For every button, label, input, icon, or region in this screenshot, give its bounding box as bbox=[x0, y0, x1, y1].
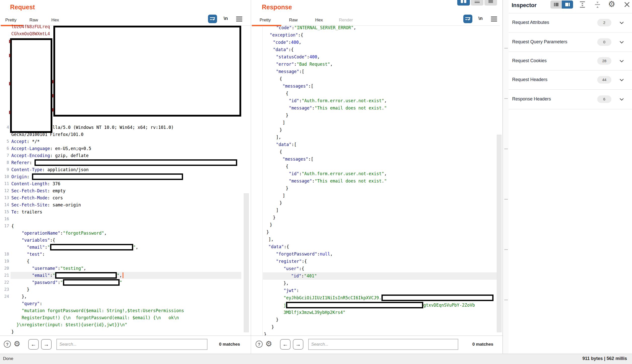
redaction-box bbox=[63, 279, 120, 286]
code-line: "messages":[ bbox=[252, 83, 500, 90]
inspector-section-request-cookies[interactable]: Request Cookies28 bbox=[509, 52, 632, 70]
code-line: "messages":[ bbox=[252, 156, 500, 163]
request-scrollbar[interactable] bbox=[244, 193, 249, 332]
line-number: 12 bbox=[0, 187, 9, 194]
section-label: Response Headers bbox=[512, 96, 551, 102]
line-number: 23 bbox=[0, 286, 9, 293]
tab-request-pretty[interactable]: Pretty bbox=[5, 18, 16, 23]
code-line: 23 } bbox=[0, 286, 241, 293]
search-prev-button[interactable]: ← bbox=[28, 339, 39, 350]
code-line: 6Accept-Language: en-US,en;q=0.5 bbox=[0, 145, 241, 152]
code-line: 15Te: trailers bbox=[0, 208, 241, 215]
redacted-token-fragment: CGhxmOoQ8WXmtL4 bbox=[11, 31, 50, 36]
section-separator bbox=[509, 109, 632, 109]
code-line: } bbox=[252, 323, 500, 331]
code-line: "register":{ bbox=[252, 258, 500, 265]
code-line: 14Sec-Fetch-Site: same-origin bbox=[0, 201, 241, 208]
code-line: "variables":{ bbox=[0, 237, 241, 244]
chevron-down-icon[interactable] bbox=[619, 77, 624, 83]
redacted-text-sliver bbox=[9, 54, 10, 57]
inspector-settings-gear-icon[interactable]: ⚙ bbox=[608, 0, 615, 8]
chevron-down-icon[interactable] bbox=[619, 39, 624, 45]
code-line: "id":"Auth.form.error.user.not-exist", bbox=[252, 97, 500, 104]
section-count-badge: 2 bbox=[597, 19, 611, 26]
tab-response-raw[interactable]: Raw bbox=[289, 18, 298, 23]
search-settings-gear-icon[interactable]: ⚙ bbox=[265, 340, 272, 348]
chevron-down-icon[interactable] bbox=[619, 96, 624, 102]
code-line: "message":"This email does not exist." bbox=[252, 177, 500, 185]
code-line: } bbox=[0, 328, 241, 335]
code-line: }, bbox=[252, 280, 500, 287]
response-scrollbar[interactable] bbox=[497, 135, 502, 332]
code-line: } bbox=[252, 229, 500, 236]
tab-response-pretty[interactable]: Pretty bbox=[260, 18, 271, 23]
chevron-down-icon[interactable] bbox=[619, 20, 624, 25]
inspector-section-request-headers[interactable]: Request Headers44 bbox=[509, 70, 632, 89]
line-number: 10 bbox=[0, 173, 9, 180]
wrap-toggle-button[interactable] bbox=[208, 15, 217, 23]
code-line: "operationName":"forgotPassword", bbox=[0, 230, 241, 237]
layout-columns-button[interactable] bbox=[457, 0, 470, 6]
layout-rows-button[interactable] bbox=[471, 0, 483, 6]
redaction-box bbox=[34, 159, 237, 166]
search-next-button[interactable]: → bbox=[41, 339, 52, 350]
wrap-toggle-button[interactable] bbox=[463, 15, 472, 23]
code-line: "statusCode":400, bbox=[252, 53, 500, 61]
dock-right-button[interactable] bbox=[562, 1, 573, 9]
line-number: 18 bbox=[0, 251, 9, 258]
inspector-splitter-strip[interactable] bbox=[503, 0, 509, 354]
help-icon[interactable]: ? bbox=[4, 341, 11, 348]
newline-toggle[interactable]: \n bbox=[224, 16, 228, 21]
search-next-button[interactable]: → bbox=[293, 339, 303, 350]
inspector-close-button[interactable] bbox=[623, 1, 630, 9]
code-line: } bbox=[252, 316, 500, 323]
search-prev-button[interactable]: ← bbox=[280, 339, 291, 350]
tab-response-hex[interactable]: Hex bbox=[315, 18, 323, 23]
code-line: 20 "username":"testing", bbox=[0, 265, 241, 272]
line-number: 22 bbox=[0, 279, 9, 286]
layout-single-button[interactable] bbox=[484, 0, 497, 6]
code-line: { bbox=[252, 90, 500, 97]
response-editor[interactable]: "code":"INTERNAL_SERVER_ERROR","exceptio… bbox=[252, 25, 500, 336]
inspector-section-response-headers[interactable]: Response Headers6 bbox=[509, 89, 632, 109]
code-line: ] bbox=[252, 119, 500, 126]
section-label: Request Headers bbox=[512, 77, 547, 82]
request-search-input[interactable] bbox=[56, 339, 207, 350]
request-menu-icon[interactable] bbox=[236, 17, 242, 22]
word-wrap-icon bbox=[463, 15, 472, 23]
section-count-badge: 0 bbox=[597, 38, 611, 46]
redacted-token-fragment: lUzU4fN8zFULreq bbox=[11, 24, 50, 29]
section-count-badge: 44 bbox=[597, 76, 611, 84]
inspector-splitter[interactable] bbox=[503, 0, 503, 354]
collapse-all-icon bbox=[593, 1, 602, 8]
request-search-matches: 0 matches bbox=[219, 342, 240, 347]
line-number: 4 bbox=[0, 124, 9, 131]
line-number: 15 bbox=[0, 208, 9, 215]
inspector-layout-toggle[interactable] bbox=[550, 1, 573, 9]
chevron-down-icon[interactable] bbox=[619, 58, 624, 64]
code-line: }\nregister(input: $test){user{id},jwt}}… bbox=[0, 321, 241, 328]
text-cursor bbox=[123, 272, 123, 278]
dock-left-button[interactable] bbox=[550, 1, 562, 9]
inspector-section-request-query-parameters[interactable]: Request Query Parameters0 bbox=[509, 32, 632, 52]
response-menu-icon[interactable] bbox=[491, 17, 497, 22]
code-line: 16 bbox=[0, 215, 241, 223]
redacted-text-sliver bbox=[9, 82, 10, 85]
code-line: 7Accept-Encoding: gzip, deflate bbox=[0, 152, 241, 159]
search-settings-gear-icon[interactable]: ⚙ bbox=[14, 340, 20, 348]
code-line: "email":"", bbox=[0, 244, 241, 251]
code-line: "data":[ bbox=[252, 141, 500, 148]
inspector-section-request-attributes[interactable]: Request Attributes2 bbox=[509, 13, 632, 32]
help-icon[interactable]: ? bbox=[256, 341, 263, 348]
expand-all-button[interactable] bbox=[578, 1, 587, 9]
collapse-all-button[interactable] bbox=[593, 1, 602, 9]
tab-request-raw[interactable]: Raw bbox=[29, 18, 38, 23]
pane-divider bbox=[251, 0, 251, 354]
redacted-text-sliver bbox=[52, 108, 54, 112]
redacted-text-sliver bbox=[52, 94, 54, 97]
tab-request-hex[interactable]: Hex bbox=[51, 18, 59, 23]
newline-toggle[interactable]: \n bbox=[478, 16, 483, 21]
line-number: 11 bbox=[0, 180, 9, 187]
tab-response-render[interactable]: Render bbox=[339, 18, 353, 23]
response-search-input[interactable] bbox=[308, 339, 458, 350]
